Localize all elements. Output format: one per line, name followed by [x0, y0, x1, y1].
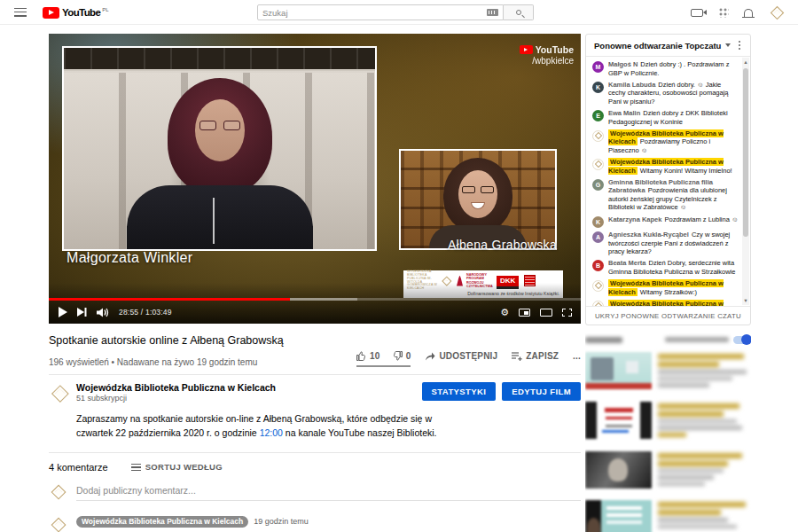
chat-message: Wojewódzka Biblioteka Publiczna w Kielca… [592, 300, 739, 306]
chat-avatar[interactable]: G [592, 179, 604, 191]
apps-grid-icon[interactable] [718, 7, 729, 18]
time-link[interactable]: 12:00 [260, 427, 283, 438]
scroll-up-icon[interactable]: ▲ [742, 59, 749, 66]
commenter-avatar[interactable] [49, 516, 68, 532]
related-video-item[interactable] [585, 352, 751, 390]
autoplay-toggle[interactable] [733, 336, 751, 344]
search-input[interactable]: Szukaj [257, 4, 504, 20]
like-button[interactable]: 10 [356, 351, 380, 361]
youtube-logo[interactable]: YouTube PL [43, 6, 109, 19]
chat-text: Witamy Strzałków:) [640, 288, 697, 296]
search-button[interactable] [504, 4, 534, 20]
youtube-play-icon [43, 7, 59, 19]
comment-time[interactable]: 19 godzin temu [254, 517, 309, 526]
divider [49, 452, 581, 453]
country-code: PL [102, 6, 108, 13]
chat-author[interactable]: Wojewódzka Biblioteka Publiczna w Kielca… [608, 300, 724, 306]
chat-avatar[interactable] [592, 130, 604, 142]
account-avatar[interactable] [768, 4, 786, 21]
up-next-label-blurred [585, 337, 622, 343]
chat-avatar[interactable]: B [592, 260, 604, 271]
settings-gear-icon[interactable]: ⚙ [500, 308, 509, 317]
watermark-youtube-icon [520, 45, 533, 54]
related-videos-section [585, 332, 751, 532]
sort-icon [131, 464, 141, 471]
sort-button[interactable]: SORTUJ WEDŁUG [131, 462, 223, 472]
theater-mode-icon[interactable] [540, 309, 552, 317]
view-count-stats: 196 wyświetleń • Nadawane na żywo 19 god… [49, 357, 257, 367]
playlist-add-icon [512, 352, 522, 361]
video-thumbnail[interactable] [585, 402, 652, 439]
thumb-down-icon [393, 351, 403, 361]
chat-message: A Agnieszka Kukla-RycąbelCzy w swojej tw… [592, 231, 739, 256]
edit-video-button[interactable]: EDYTUJ FILM [502, 382, 581, 401]
video-meta-blurred [658, 402, 751, 440]
chat-scrollbar[interactable]: ▲ ▼ [742, 58, 749, 305]
video-thumbnail[interactable] [585, 500, 652, 532]
hide-chat-button[interactable]: UKRYJ PONOWNE ODTWARZANIE CZATU [586, 306, 750, 325]
chat-avatar[interactable]: K [592, 82, 604, 93]
chat-avatar[interactable] [592, 159, 604, 170]
related-video-item[interactable] [585, 500, 751, 532]
video-description: Zapraszamy na spotkanie autorskie on-lin… [76, 411, 459, 441]
chat-message: Wojewódzka Biblioteka Publiczna w Kielca… [592, 279, 739, 296]
play-button[interactable] [58, 307, 67, 317]
chat-author[interactable]: Beata Merta [608, 259, 646, 267]
create-video-icon[interactable] [691, 9, 703, 17]
chat-message: K Kamila LabudaDzień dobry. ☺ Jakie cech… [592, 81, 739, 106]
channel-watermark[interactable]: YouTube /wbpkielce [520, 44, 574, 66]
chat-text: Witamy Konin! Witamy Imielno! [640, 167, 732, 175]
related-video-item[interactable] [585, 451, 751, 489]
chat-avatar[interactable] [592, 280, 604, 292]
more-actions-button[interactable]: ... [573, 351, 581, 367]
scroll-down-icon[interactable]: ▼ [742, 297, 749, 304]
chat-author[interactable]: Agnieszka Kukla-Rycąbel [608, 231, 689, 239]
volume-button[interactable] [97, 308, 109, 317]
video-meta-blurred [658, 500, 751, 532]
scrollbar-thumb[interactable] [743, 68, 748, 237]
video-thumbnail[interactable] [585, 451, 652, 489]
chat-author[interactable]: Katarzyna Kapek [608, 215, 661, 223]
dislike-button[interactable]: 0 [393, 351, 411, 361]
video-thumbnail[interactable] [585, 352, 652, 389]
player-controls: 28:55 / 1:03:49 ⚙ [49, 301, 581, 324]
next-button[interactable] [77, 308, 87, 317]
comment-input[interactable]: Dodaj publiczny komentarz... [76, 483, 581, 501]
related-video-item[interactable] [585, 402, 751, 440]
chat-message: M Małgoś NDzień dobry :) . Pozdrawiam z … [592, 60, 739, 77]
chat-author[interactable]: Małgoś N [608, 60, 638, 68]
my-avatar [49, 483, 68, 503]
share-button[interactable]: UDOSTĘPNIJ [425, 351, 497, 367]
chat-avatar[interactable]: E [592, 110, 604, 121]
chat-avatar[interactable]: K [592, 216, 604, 228]
chat-avatar[interactable]: M [592, 61, 604, 73]
thumb-up-icon [356, 351, 366, 361]
chat-avatar[interactable] [592, 301, 604, 306]
fullscreen-icon[interactable] [562, 309, 572, 317]
statistics-button[interactable]: STATYSTYKI [422, 382, 497, 401]
notifications-bell-icon[interactable] [744, 9, 753, 17]
save-button[interactable]: ZAPISZ [512, 351, 559, 367]
chat-message: Wojewódzka Biblioteka Publiczna w Kielca… [592, 129, 739, 155]
guest-inset-frame [399, 149, 557, 250]
chat-message: B Beata MertaDzień Dobry, serdecznie wit… [592, 259, 739, 276]
time-display: 28:55 / 1:03:49 [119, 308, 172, 317]
keyboard-icon[interactable] [487, 9, 498, 16]
search-icon [516, 10, 521, 15]
chat-menu-icon[interactable] [737, 39, 742, 51]
menu-icon[interactable] [14, 8, 27, 17]
chat-author[interactable]: Ewa Malin [608, 109, 640, 117]
channel-avatar[interactable] [49, 382, 71, 404]
chat-title: Ponowne odtwarzanie Topczatu [594, 41, 721, 51]
video-player[interactable]: Małgorzata Winkler Ałbena Grabowska YouT… [49, 34, 581, 324]
miniplayer-icon[interactable] [519, 309, 530, 317]
comment-count: 4 komentarze [49, 462, 108, 473]
comment: Wojewódzka Biblioteka Publiczna w Kielca… [49, 516, 581, 532]
channel-name[interactable]: Wojewódzka Biblioteka Publiczna w Kielca… [76, 382, 422, 393]
comment-author-badge[interactable]: Wojewódzka Biblioteka Publiczna w Kielca… [76, 516, 248, 528]
chevron-down-icon[interactable] [725, 43, 731, 47]
divider [49, 374, 581, 375]
share-arrow-icon [425, 351, 435, 361]
chat-author[interactable]: Kamila Labuda [608, 81, 655, 89]
chat-avatar[interactable]: A [592, 231, 604, 243]
